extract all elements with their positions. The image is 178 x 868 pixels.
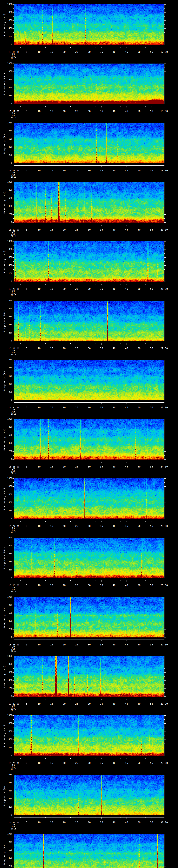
y-axis-minor-tick xyxy=(13,846,14,846)
y-axis-tick-label: 600 xyxy=(0,552,12,555)
y-axis-tick-label: 1000 xyxy=(0,240,12,242)
x-axis-major-tick xyxy=(39,165,39,167)
y-axis-tick-label: 1000 xyxy=(0,299,12,302)
x-axis-minor-tick xyxy=(20,47,21,48)
x-axis-major-tick xyxy=(126,47,127,48)
x-axis-major-tick xyxy=(64,462,64,463)
y-axis-minor-tick-right xyxy=(165,305,165,305)
y-axis-minor-tick-right xyxy=(165,727,165,728)
y-axis-major-tick xyxy=(12,96,14,96)
x-axis-tick-label: 45 xyxy=(120,702,134,705)
x-axis-major-tick xyxy=(139,343,139,345)
date-label-line: 2016 xyxy=(3,768,24,771)
x-axis-major-tick xyxy=(101,462,102,463)
x-axis-tick-label: 40 xyxy=(107,762,121,764)
x-axis-major-tick xyxy=(139,758,139,759)
y-axis-title: Frequency (Hz) xyxy=(3,547,6,569)
x-axis-major-tick xyxy=(64,284,64,285)
x-axis-major-tick xyxy=(114,225,114,226)
x-axis-minor-tick xyxy=(20,521,21,522)
y-axis-minor-tick xyxy=(13,186,14,186)
x-axis-tick-label: 15 xyxy=(45,169,59,172)
x-axis-tick-label: 35 xyxy=(94,525,109,527)
x-axis-tick-label: 40 xyxy=(107,287,121,290)
y-axis-tick-label: 1000 xyxy=(0,122,12,124)
x-axis-major-tick xyxy=(77,580,77,582)
y-axis-minor-tick xyxy=(13,541,14,542)
y-axis-major-tick-right xyxy=(165,257,166,258)
plot-left-spine xyxy=(14,538,14,578)
x-axis-tick-label: 45 xyxy=(120,525,134,527)
y-axis-major-tick-right xyxy=(165,775,166,775)
y-axis-major-tick-right xyxy=(165,301,166,301)
y-axis-tick-label: 200 xyxy=(0,94,12,97)
spectrogram-canvas xyxy=(14,241,164,282)
x-axis-tick-label: 30 xyxy=(82,465,96,468)
x-axis-major-tick xyxy=(114,165,114,167)
y-axis-minor-tick xyxy=(13,92,14,92)
y-axis-major-tick xyxy=(12,775,14,775)
x-axis-tick-label: 25 xyxy=(70,525,84,527)
y-axis-tick-label: 1000 xyxy=(0,359,12,361)
y-axis-tick-label: 400 xyxy=(0,798,12,800)
x-axis-major-tick xyxy=(77,817,77,819)
y-axis-minor-tick-right xyxy=(165,676,165,677)
y-axis-tick-label: 400 xyxy=(0,323,12,326)
y-axis-title: Frequency (Hz) xyxy=(3,132,6,154)
x-axis-major-tick xyxy=(114,402,114,404)
x-axis-tick-label: 20 xyxy=(57,643,71,646)
x-axis-minor-tick xyxy=(158,521,158,522)
y-axis-minor-tick xyxy=(13,218,14,219)
x-axis-minor-tick xyxy=(145,165,146,166)
y-axis-major-tick-right xyxy=(165,182,166,182)
x-axis-tick-label: 45 xyxy=(120,51,134,53)
x-axis-major-tick xyxy=(114,462,114,463)
x-axis-tick-label: 30 xyxy=(82,702,96,705)
x-axis-tick-label: 50 xyxy=(132,228,146,231)
x-axis-major-tick xyxy=(64,580,64,582)
y-axis-minor-tick-right xyxy=(165,692,165,693)
x-axis-tick-label: 50 xyxy=(132,406,146,409)
x-axis-tick-label: 10 xyxy=(32,406,46,409)
x-axis-minor-tick xyxy=(158,225,158,225)
x-axis-minor-tick xyxy=(158,817,158,818)
x-axis-major-tick xyxy=(64,521,64,522)
y-axis-tick-label: 400 xyxy=(0,205,12,207)
x-axis-tick-label: 15 xyxy=(45,525,59,527)
x-axis-minor-tick xyxy=(20,580,21,581)
x-axis-minor-tick xyxy=(33,462,33,462)
y-axis-major-tick-right xyxy=(165,578,166,578)
y-axis-major-tick-right xyxy=(165,715,166,716)
x-axis-minor-tick xyxy=(20,817,21,818)
spectrogram-canvas xyxy=(14,64,164,104)
x-axis-major-tick xyxy=(52,343,52,345)
y-axis-tick-label: 600 xyxy=(0,612,12,614)
x-axis-tick-label: 10 xyxy=(32,169,46,172)
x-axis-major-tick xyxy=(126,699,127,700)
y-axis-tick-label: 800 xyxy=(0,781,12,784)
y-axis-major-tick-right xyxy=(165,459,166,460)
y-axis-major-tick xyxy=(12,147,14,147)
spectrogram-canvas xyxy=(14,123,164,163)
x-axis-major-tick xyxy=(39,758,39,759)
y-axis-minor-tick xyxy=(13,862,14,862)
y-axis-minor-tick xyxy=(13,558,14,558)
x-axis-major-tick xyxy=(101,699,102,700)
y-axis-minor-tick-right xyxy=(165,388,165,388)
y-axis-tick-label: 1000 xyxy=(0,181,12,183)
spectrogram-canvas xyxy=(14,538,164,578)
plot-left-spine xyxy=(14,360,14,400)
x-axis-tick-label: 20 xyxy=(57,584,71,587)
y-axis-tick-label: 400 xyxy=(0,146,12,148)
x-axis-major-tick xyxy=(77,284,77,285)
y-axis-major-tick xyxy=(12,605,14,605)
y-axis-minor-tick-right xyxy=(165,253,165,254)
spectrogram-canvas xyxy=(14,597,164,638)
y-axis-tick-label: 200 xyxy=(0,332,12,334)
x-axis-major-tick xyxy=(52,106,52,107)
x-axis-tick-label: 25 xyxy=(70,762,84,764)
y-axis-minor-tick xyxy=(13,676,14,677)
y-axis-major-tick-right xyxy=(165,680,166,681)
spectrogram-panel: 02004006008001000Frequency (Hz)510152025… xyxy=(0,59,178,118)
y-axis-major-tick-right xyxy=(165,519,166,519)
